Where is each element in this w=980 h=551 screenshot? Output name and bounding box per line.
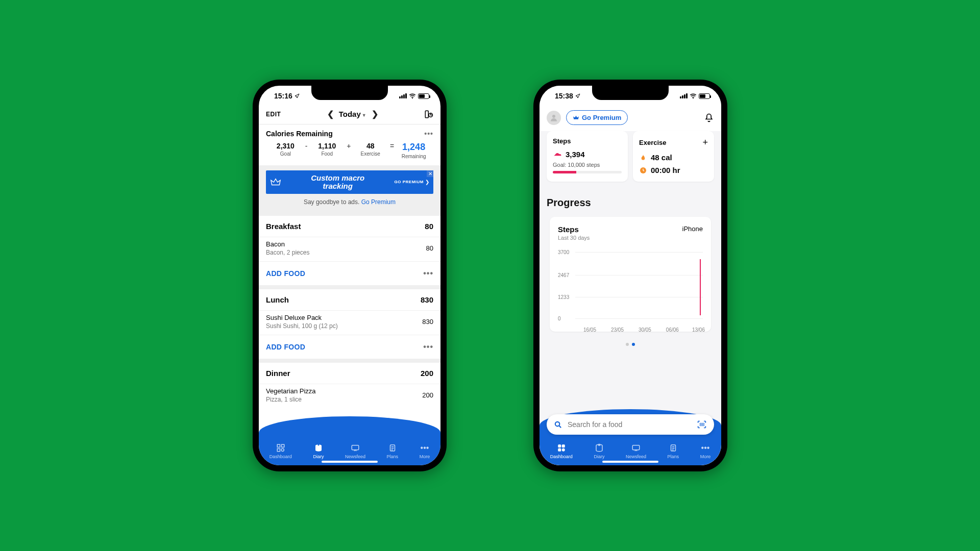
svg-rect-8 <box>352 445 359 450</box>
tab-diary[interactable]: Diary <box>313 443 324 459</box>
food-item[interactable]: Sushi Deluxe PackSushi Sushi, 100 g (12 … <box>259 310 440 335</box>
svg-rect-4 <box>281 444 284 447</box>
search-input[interactable] <box>547 414 714 435</box>
fire-icon <box>639 154 647 162</box>
shoe-icon <box>553 151 562 158</box>
tab-bar: Dashboard Diary Newsfeed Plans •••More <box>540 443 721 459</box>
status-time: 15:16 <box>274 92 292 100</box>
ad-area: Custom macrotracking GO PREMIUM❯ ✕ Say g… <box>259 165 440 212</box>
bell-icon[interactable] <box>704 113 714 123</box>
svg-rect-19 <box>632 445 640 450</box>
food-item[interactable]: Vegetarian PizzaPizza, 1 slice 200 <box>259 384 440 408</box>
crown-icon <box>573 114 579 121</box>
go-premium-link[interactable]: Go Premium <box>361 198 396 206</box>
clock-icon <box>639 166 647 174</box>
plans-icon <box>388 443 397 453</box>
exercise-value: 48 <box>351 142 390 150</box>
meal-more-button[interactable]: ••• <box>423 269 433 278</box>
diary-icon <box>595 443 604 453</box>
battery-icon <box>418 93 429 99</box>
add-exercise-button[interactable]: + <box>702 137 708 148</box>
crown-icon <box>270 177 281 188</box>
date-picker[interactable]: Today▼ <box>339 110 366 119</box>
status-time: 15:38 <box>555 92 573 100</box>
wifi-icon <box>409 93 416 99</box>
svg-rect-1 <box>425 111 428 118</box>
svg-point-17 <box>562 448 565 452</box>
svg-point-11 <box>552 115 555 118</box>
page-dots[interactable] <box>547 339 714 348</box>
edit-button[interactable]: EDIT <box>266 111 281 118</box>
barcode-icon[interactable] <box>697 420 707 429</box>
tab-dashboard[interactable]: Dashboard <box>270 443 292 459</box>
meal-more-button[interactable]: ••• <box>423 342 433 352</box>
wifi-icon <box>690 93 697 99</box>
svg-rect-5 <box>277 449 280 452</box>
steps-progress <box>553 171 622 173</box>
add-food-button[interactable]: ADD FOOD <box>266 269 305 278</box>
chevron-right-icon: ❯ <box>425 179 429 185</box>
prev-day-button[interactable]: ❮ <box>327 109 334 119</box>
goal-value: 2,310 <box>266 142 305 150</box>
svg-point-7 <box>317 444 319 446</box>
tab-bar: Dashboard Diary Newsfeed Plans •••More <box>259 443 440 459</box>
calories-summary: Calories Remaining ••• 2,310Goal - 1,110… <box>259 124 440 165</box>
food-value: 1,110 <box>307 142 347 150</box>
tab-dashboard[interactable]: Dashboard <box>550 443 573 459</box>
avatar[interactable] <box>547 111 561 125</box>
add-food-button[interactable]: ADD FOOD <box>266 343 305 351</box>
meal-lunch: Lunch830 Sushi Deluxe PackSushi Sushi, 1… <box>259 285 440 359</box>
premium-banner[interactable]: Custom macrotracking GO PREMIUM❯ ✕ <box>266 170 433 194</box>
meal-dinner: Dinner200 Vegetarian PizzaPizza, 1 slice… <box>259 359 440 408</box>
go-premium-button[interactable]: Go Premium <box>566 110 628 125</box>
notch <box>592 86 669 100</box>
location-icon <box>294 93 300 99</box>
tab-diary[interactable]: Diary <box>594 443 604 459</box>
tab-plans[interactable]: Plans <box>387 443 399 459</box>
tab-more[interactable]: •••More <box>420 443 430 459</box>
tab-plans[interactable]: Plans <box>668 443 679 459</box>
newsfeed-icon <box>631 443 641 453</box>
svg-point-10 <box>693 98 694 99</box>
signal-icon <box>399 93 407 98</box>
svg-rect-14 <box>558 444 561 447</box>
food-item[interactable]: BaconBacon, 2 pieces 80 <box>259 237 440 261</box>
diary-topbar: EDIT ❮ Today▼ ❯ <box>259 106 440 124</box>
location-icon <box>575 93 581 99</box>
battery-icon <box>699 93 710 99</box>
ad-close-button[interactable]: ✕ <box>427 170 433 177</box>
chart-bar <box>700 259 701 315</box>
steps-chart: 3700 2467 1233 0 16/05 23/05 30/05 06/06… <box>558 248 703 324</box>
tab-more[interactable]: •••More <box>700 443 711 459</box>
calories-more-button[interactable]: ••• <box>424 130 433 138</box>
notch <box>311 86 388 100</box>
phone-diary: 15:16 EDIT ❮ Today▼ ❯ Calories Remaining… <box>253 80 447 471</box>
exercise-card[interactable]: Exercise+ 48 cal 00:00 hr <box>633 131 714 182</box>
calories-title: Calories Remaining <box>266 130 333 138</box>
svg-point-6 <box>281 448 284 451</box>
phone-dashboard: 15:38 Go Premium Steps 3,394 Goal: 10,00… <box>533 80 727 471</box>
progress-chart-card[interactable]: Steps Last 30 days iPhone 3700 2467 1233… <box>550 217 711 332</box>
meal-breakfast: Breakfast80 BaconBacon, 2 pieces 80 ADD … <box>259 212 440 285</box>
more-icon: ••• <box>421 443 429 453</box>
svg-rect-15 <box>562 444 565 447</box>
tab-newsfeed[interactable]: Newsfeed <box>345 443 365 459</box>
svg-rect-3 <box>277 444 280 447</box>
tab-newsfeed[interactable]: Newsfeed <box>626 443 646 459</box>
steps-card[interactable]: Steps 3,394 Goal: 10,000 steps <box>547 131 628 182</box>
search-icon <box>554 420 562 429</box>
person-icon <box>549 113 558 122</box>
chart-source: iPhone <box>682 225 703 241</box>
more-icon: ••• <box>701 443 710 453</box>
chevron-down-icon: ▼ <box>362 113 366 118</box>
next-day-button[interactable]: ❯ <box>372 109 378 119</box>
plans-icon <box>669 443 678 453</box>
newsfeed-icon <box>351 443 360 453</box>
dashboard-icon <box>276 443 285 453</box>
nutrition-icon[interactable] <box>424 110 433 119</box>
svg-point-13 <box>555 421 560 426</box>
remaining-value: 1,248 <box>394 142 433 153</box>
home-indicator[interactable] <box>322 461 378 463</box>
home-indicator[interactable] <box>602 461 658 463</box>
chart-title: Steps <box>558 225 590 234</box>
